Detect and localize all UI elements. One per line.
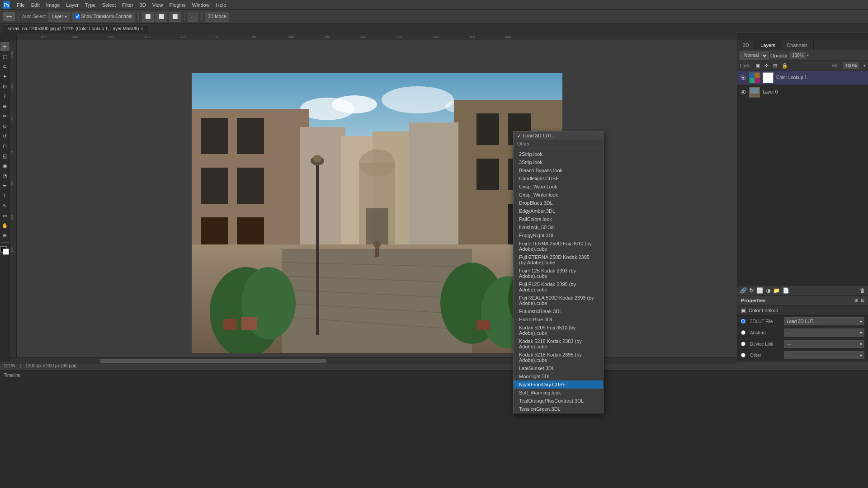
- lut-item-4[interactable]: Crisp_WarmLook: [514, 183, 603, 191]
- lock-all-icon[interactable]: 🔒: [782, 63, 788, 69]
- history-brush-tool[interactable]: ↺: [0, 131, 9, 141]
- lut-item-26[interactable]: TensionGreen.3DL: [514, 405, 603, 413]
- lut-item-21[interactable]: LateSunset.3DL: [514, 364, 603, 372]
- properties-icon-grid[interactable]: ⊞: [854, 298, 858, 303]
- lut-dropdown-trigger[interactable]: Load 3D LUT... ▾: [784, 317, 864, 325]
- more-options-btn[interactable]: ...: [188, 12, 198, 22]
- menu-file[interactable]: File: [14, 1, 28, 9]
- transform-checkbox[interactable]: [75, 14, 80, 19]
- menu-select[interactable]: Select: [99, 1, 119, 9]
- chevron-down-icon-opacity[interactable]: ▾: [807, 53, 809, 57]
- blur-tool[interactable]: ◉: [0, 161, 9, 170]
- layer-select-btn[interactable]: Layer ▾: [48, 12, 70, 22]
- lock-position-icon[interactable]: ✛: [764, 63, 769, 69]
- lut-item-8[interactable]: FallColors.look: [514, 215, 603, 223]
- lut-item-23[interactable]: NightFromDay.CUBE: [514, 380, 603, 389]
- zoom-tool[interactable]: ⊕: [0, 231, 9, 240]
- delete-layer-btn[interactable]: 🗑: [860, 287, 865, 294]
- clone-tool[interactable]: ⊙: [0, 122, 9, 131]
- link-layers-btn[interactable]: 🔗: [740, 287, 747, 294]
- magic-wand-tool[interactable]: ✦: [0, 72, 9, 81]
- gradient-tool[interactable]: ◱: [0, 151, 9, 160]
- lut-item-2[interactable]: Bleach Bypass.look: [514, 166, 603, 174]
- properties-icon-panel[interactable]: ⊟: [861, 298, 864, 303]
- lut-item-3[interactable]: Candlelight.CUBE: [514, 174, 603, 183]
- menu-3d[interactable]: 3D: [137, 1, 149, 9]
- other-radio[interactable]: [741, 353, 745, 357]
- lock-pixels-icon[interactable]: ▣: [755, 63, 760, 69]
- tab-layers[interactable]: Layers: [755, 40, 781, 50]
- lut-item-25[interactable]: TealOrangePlusContrast.3DL: [514, 397, 603, 405]
- horizontal-scrollbar[interactable]: [10, 357, 737, 364]
- other-select[interactable]: — ▾: [784, 351, 864, 359]
- add-mask-btn[interactable]: ⬜: [756, 287, 763, 294]
- lut-item-16[interactable]: FuturisticBleak.3DL: [514, 307, 603, 315]
- menu-filter[interactable]: Filter: [119, 1, 136, 9]
- menu-layer[interactable]: Layer: [63, 1, 82, 9]
- new-group-btn[interactable]: 📁: [773, 287, 780, 294]
- move-tool-btn[interactable]: [3, 12, 15, 21]
- foreground-color[interactable]: [0, 246, 9, 255]
- lasso-tool[interactable]: ⊂: [0, 62, 9, 71]
- selection-tool[interactable]: ⬚: [0, 52, 9, 61]
- menu-image[interactable]: Image: [43, 1, 63, 9]
- layer-item-color-lookup[interactable]: Color Lookup 1: [737, 70, 868, 85]
- lut-item-9[interactable]: filmstock_50.3dl: [514, 223, 603, 231]
- dodge-tool[interactable]: ◔: [0, 171, 9, 180]
- tab-3d[interactable]: 3D: [737, 40, 755, 50]
- scrollbar-thumb-h[interactable]: [100, 359, 326, 363]
- add-style-btn[interactable]: fx: [750, 287, 754, 294]
- menu-window[interactable]: Window: [189, 1, 213, 9]
- lut-item-18[interactable]: Kodak 5205 Fuji 3510 (by Adobe).cube: [514, 324, 603, 337]
- lock-artboard-icon[interactable]: ⊞: [773, 63, 777, 69]
- opacity-input[interactable]: [790, 52, 806, 59]
- text-tool[interactable]: T: [0, 191, 9, 200]
- move-tool[interactable]: ✛: [0, 42, 9, 51]
- align-left-btn[interactable]: ⬜: [142, 12, 154, 22]
- lut-item-13[interactable]: Fuji F125 Kodak 2393 (by Adobe).cube: [514, 267, 603, 280]
- lut-item-12[interactable]: Fuji ETERNA 250D Kodak 2395 (by Adobe).c…: [514, 253, 603, 267]
- lut-item-20[interactable]: Kodak 5218 Kodak 2395 (by Adobe).cube: [514, 351, 603, 364]
- crop-tool[interactable]: ⊡: [0, 82, 9, 91]
- mode-3d-btn[interactable]: 3D Mode: [205, 12, 230, 22]
- lut-item-19[interactable]: Kodak 5218 Kodak 2383 (by Adobe).cube: [514, 337, 603, 351]
- show-transform-btn[interactable]: Show Transform Controls: [72, 12, 136, 22]
- new-layer-btn[interactable]: 📄: [783, 287, 789, 294]
- eraser-tool[interactable]: ◻: [0, 141, 9, 150]
- lut-item-1[interactable]: 3Strip.look: [514, 158, 603, 166]
- hand-tool[interactable]: ✋: [0, 221, 9, 230]
- document-tab[interactable]: sokak_oa-1200x900.jpg @ 121% (Color Look…: [3, 24, 148, 33]
- menu-plugins[interactable]: Plugins: [166, 1, 189, 9]
- dropdown-load-3dlut[interactable]: ✓ Load 3D LUT...: [514, 131, 603, 140]
- lut-item-10[interactable]: FoggyNight.3DL: [514, 231, 603, 239]
- blend-mode-select[interactable]: Normal: [740, 52, 769, 60]
- device-link-radio[interactable]: [741, 342, 745, 346]
- eyedropper-tool[interactable]: ⌇: [0, 92, 9, 101]
- lut-item-15[interactable]: Fuji REALA 500D Kodak 2393 (by Adobe).cu…: [514, 294, 603, 307]
- menu-type[interactable]: Type: [82, 1, 99, 9]
- lut-file-radio[interactable]: [741, 319, 745, 324]
- lut-item-17[interactable]: HorrorBlue.3DL: [514, 315, 603, 324]
- brush-tool[interactable]: ✏: [0, 112, 9, 121]
- menu-view[interactable]: View: [149, 1, 166, 9]
- lut-item-5[interactable]: Crisp_Winter.look: [514, 191, 603, 199]
- layer-visible-eye[interactable]: [740, 75, 746, 81]
- healing-tool[interactable]: ⊕: [0, 102, 9, 111]
- pen-tool[interactable]: ✒: [0, 181, 9, 190]
- lut-item-24[interactable]: Soft_Warming.look: [514, 389, 603, 397]
- chevron-down-icon-fill[interactable]: ▾: [863, 64, 865, 68]
- fill-input[interactable]: [843, 62, 859, 69]
- layer-item-0[interactable]: Layer 0: [737, 85, 868, 99]
- abstract-radio[interactable]: [741, 330, 745, 335]
- align-right-btn[interactable]: ⬜: [169, 12, 181, 22]
- tab-channels[interactable]: Channels: [781, 40, 813, 50]
- abstract-select[interactable]: — ▾: [784, 328, 864, 337]
- lut-item-14[interactable]: Fuji F125 Kodak 2395 (by Adobe).cube: [514, 280, 603, 294]
- new-adj-layer-btn[interactable]: ◑: [766, 287, 770, 294]
- align-center-btn[interactable]: ⬜: [156, 12, 167, 22]
- shape-tool[interactable]: ▭: [0, 211, 9, 220]
- lut-item-7[interactable]: EdgyAmber.3DL: [514, 207, 603, 215]
- path-tool[interactable]: ↖: [0, 201, 9, 210]
- lut-item-6[interactable]: DropBlues.3DL: [514, 199, 603, 207]
- doc-tab-close[interactable]: ×: [141, 26, 143, 31]
